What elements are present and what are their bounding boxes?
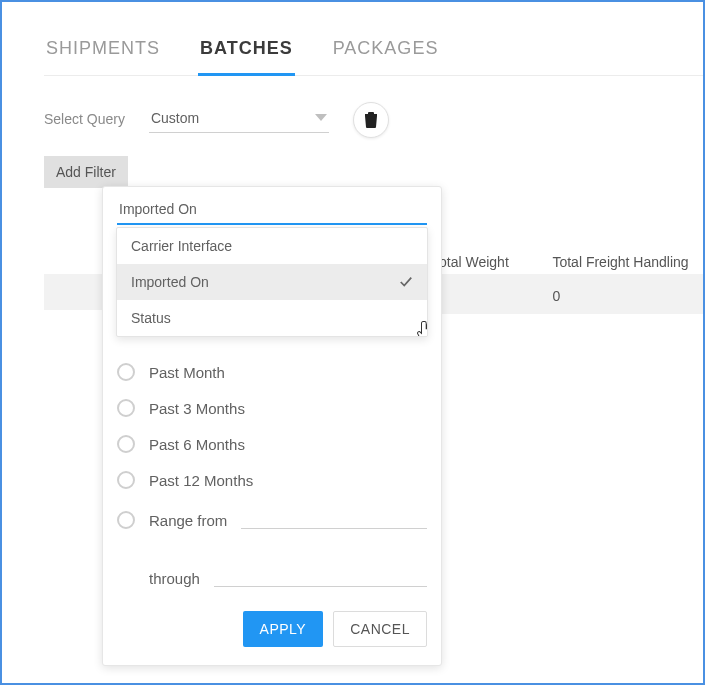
tab-shipments[interactable]: SHIPMENTS — [44, 30, 162, 76]
radio-label: Past 12 Months — [149, 472, 253, 489]
radio-icon — [117, 363, 135, 381]
chevron-down-icon — [315, 114, 327, 121]
query-row: Select Query Custom — [44, 102, 703, 138]
table-row[interactable]: 4 0 — [432, 278, 703, 314]
filter-field-dropdown: Carrier Interface Imported On Status — [116, 227, 428, 337]
range-through-row: through — [117, 565, 427, 587]
radio-label: Past Month — [149, 364, 225, 381]
radio-label: Past 6 Months — [149, 436, 245, 453]
radio-range-from[interactable]: Range from — [117, 507, 427, 529]
radio-past-3-months[interactable]: Past 3 Months — [117, 399, 427, 417]
column-header-total-freight[interactable]: Total Freight Handling — [552, 254, 703, 270]
results-table: Total Weight Total Freight Handling 4 0 — [432, 246, 703, 314]
tab-batches[interactable]: BATCHES — [198, 30, 295, 76]
cell-total-freight: 0 — [552, 288, 703, 304]
trash-icon — [364, 112, 378, 128]
check-icon — [399, 275, 413, 289]
apply-button[interactable]: APPLY — [243, 611, 324, 647]
option-status[interactable]: Status — [117, 300, 427, 336]
date-range-radios: Past Month Past 3 Months Past 6 Months P… — [117, 363, 427, 587]
cancel-button[interactable]: CANCEL — [333, 611, 427, 647]
radio-icon — [117, 435, 135, 453]
radio-icon — [117, 471, 135, 489]
filter-field-underline — [117, 223, 427, 225]
radio-past-month[interactable]: Past Month — [117, 363, 427, 381]
tabs-bar: SHIPMENTS BATCHES PACKAGES — [44, 30, 703, 76]
through-label: through — [149, 570, 200, 587]
radio-label: Past 3 Months — [149, 400, 245, 417]
option-imported-on[interactable]: Imported On — [117, 264, 427, 300]
radio-past-12-months[interactable]: Past 12 Months — [117, 471, 427, 489]
option-label: Carrier Interface — [131, 238, 232, 254]
query-select-value: Custom — [151, 110, 199, 126]
option-label: Status — [131, 310, 171, 326]
range-through-input[interactable] — [214, 565, 427, 587]
cell-total-weight: 4 — [432, 288, 552, 304]
option-label: Imported On — [131, 274, 209, 290]
option-carrier-interface[interactable]: Carrier Interface — [117, 228, 427, 264]
filter-panel: Imported On Carrier Interface Imported O… — [102, 186, 442, 666]
radio-icon — [117, 511, 135, 529]
add-filter-button[interactable]: Add Filter — [44, 156, 128, 188]
query-select[interactable]: Custom — [149, 108, 329, 133]
filter-field-label: Imported On — [117, 201, 427, 223]
table-header-row: Total Weight Total Freight Handling — [432, 246, 703, 278]
radio-icon — [117, 399, 135, 417]
range-from-input[interactable] — [241, 507, 427, 529]
panel-buttons: APPLY CANCEL — [117, 611, 427, 647]
tab-packages[interactable]: PACKAGES — [331, 30, 441, 76]
radio-past-6-months[interactable]: Past 6 Months — [117, 435, 427, 453]
radio-label: Range from — [149, 512, 227, 529]
delete-query-button[interactable] — [353, 102, 389, 138]
column-header-total-weight[interactable]: Total Weight — [432, 254, 552, 270]
select-query-label: Select Query — [44, 111, 125, 127]
